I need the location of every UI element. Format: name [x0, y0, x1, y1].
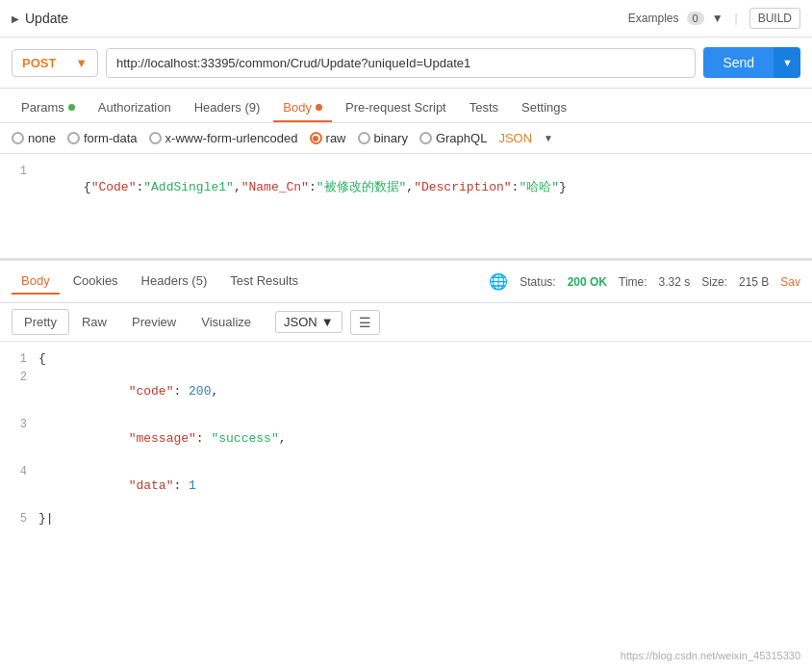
view-tab-visualize-label: Visualize — [201, 315, 251, 329]
status-label: Status: — [520, 275, 555, 289]
globe-icon: 🌐 — [489, 272, 508, 291]
response-tabs: Body Cookies Headers (5) Test Results — [12, 269, 308, 295]
res-line-2: 2 "code": 200, — [0, 368, 812, 415]
request-code-area: 1 {"Code":"AddSingle1","Name_Cn":"被修改的数据… — [0, 154, 812, 260]
radio-form-data-circle — [67, 132, 80, 144]
top-bar-right: Examples 0 ▼ | BUILD — [628, 8, 800, 29]
view-tab-raw[interactable]: Raw — [69, 309, 119, 335]
tab-settings[interactable]: Settings — [512, 94, 576, 122]
method-select[interactable]: POST ▼ — [12, 49, 98, 77]
res-line-5: 5 } — [0, 509, 812, 527]
json-format-dropdown-icon[interactable]: ▼ — [544, 133, 553, 143]
radio-urlencoded-circle — [149, 132, 162, 144]
res-tab-test-results[interactable]: Test Results — [220, 269, 308, 295]
send-button[interactable]: Send — [703, 47, 774, 78]
radio-urlencoded[interactable]: x-www-form-urlencoded — [149, 131, 298, 145]
top-bar: ▶ Update Examples 0 ▼ | BUILD — [0, 0, 812, 38]
res-tab-headers-label: Headers (5) — [141, 273, 208, 288]
view-tab-preview-label: Preview — [132, 315, 176, 329]
time-label: Time: — [619, 275, 647, 289]
response-format-dropdown-icon: ▼ — [321, 315, 334, 329]
radio-binary[interactable]: binary — [358, 131, 408, 145]
view-tab-pretty-label: Pretty — [24, 315, 57, 329]
url-input[interactable] — [106, 48, 696, 78]
tab-tests-label: Tests — [469, 100, 498, 115]
response-view-bar: Pretty Raw Preview Visualize JSON ▼ ☰ — [0, 303, 812, 342]
radio-binary-circle — [358, 132, 370, 144]
wrap-icon: ☰ — [359, 315, 371, 330]
tab-authorization[interactable]: Authorization — [89, 94, 181, 122]
radio-none-circle — [12, 132, 24, 144]
tab-body[interactable]: Body — [273, 94, 332, 122]
response-status-bar: 🌐 Status: 200 OK Time: 3.32 s Size: 215 … — [489, 272, 800, 291]
response-code-area: 1 { 2 "code": 200, 3 "message": "success… — [0, 342, 812, 535]
res-line-3: 3 "message": "success", — [0, 415, 812, 462]
save-link[interactable]: Sav — [780, 275, 800, 289]
open-brace: { — [84, 180, 91, 194]
examples-dropdown-icon[interactable]: ▼ — [712, 12, 723, 25]
res-tab-headers[interactable]: Headers (5) — [132, 269, 217, 295]
size-label: Size: — [701, 275, 727, 289]
tab-tests[interactable]: Tests — [460, 94, 508, 122]
json-format-label[interactable]: JSON — [498, 131, 532, 145]
response-format-label: JSON — [284, 315, 317, 329]
radio-raw-circle — [310, 132, 322, 144]
radio-none[interactable]: none — [12, 131, 56, 145]
res-code-3: "message": "success", — [38, 417, 812, 460]
tab-params[interactable]: Params — [12, 94, 85, 122]
res-tab-body[interactable]: Body — [12, 269, 60, 295]
code-val: "AddSingle1" — [143, 180, 234, 194]
method-dropdown-icon: ▼ — [75, 56, 88, 70]
res-tab-body-label: Body — [21, 273, 50, 288]
tab-prerequest[interactable]: Pre-request Script — [336, 94, 456, 122]
wrap-button[interactable]: ☰ — [350, 310, 380, 335]
tab-body-label: Body — [283, 100, 312, 115]
res-line-4: 4 "data": 1 — [0, 462, 812, 509]
res-tab-test-results-label: Test Results — [230, 273, 298, 288]
response-section: Body Cookies Headers (5) Test Results 🌐 … — [0, 260, 812, 535]
res-line-num-2: 2 — [0, 371, 38, 384]
tab-prerequest-label: Pre-request Script — [345, 100, 446, 115]
view-tab-preview[interactable]: Preview — [119, 309, 189, 335]
res-line-num-4: 4 — [0, 465, 38, 478]
examples-label: Examples — [628, 12, 679, 25]
build-button[interactable]: BUILD — [749, 8, 800, 29]
url-bar: POST ▼ Send ▼ — [0, 38, 812, 89]
res-line-num-5: 5 — [0, 512, 38, 526]
endpoint-title: Update — [25, 11, 68, 26]
radio-raw[interactable]: raw — [310, 131, 346, 145]
send-dropdown-button[interactable]: ▼ — [774, 47, 800, 78]
res-code-1: { — [38, 351, 812, 366]
res-code-4: "data": 1 — [38, 464, 812, 507]
request-code-line-1: 1 {"Code":"AddSingle1","Name_Cn":"被修改的数据… — [0, 162, 812, 212]
request-code-content-1[interactable]: {"Code":"AddSingle1","Name_Cn":"被修改的数据",… — [38, 164, 812, 210]
tab-params-label: Params — [21, 100, 64, 115]
view-tab-raw-label: Raw — [82, 315, 107, 329]
res-code-2: "code": 200, — [38, 370, 812, 413]
tab-settings-label: Settings — [521, 100, 567, 115]
radio-none-label: none — [28, 131, 56, 145]
res-code-5: } — [38, 511, 812, 526]
tab-headers[interactable]: Headers (9) — [185, 94, 270, 122]
res-line-1: 1 { — [0, 349, 812, 368]
res-tab-cookies-label: Cookies — [73, 273, 118, 288]
examples-count[interactable]: 0 — [687, 12, 704, 25]
radio-graphql-label: GraphQL — [436, 131, 487, 145]
body-type-bar: none form-data x-www-form-urlencoded raw… — [0, 123, 812, 154]
code-key: "Code" — [91, 180, 137, 194]
view-tab-visualize[interactable]: Visualize — [189, 309, 264, 335]
tab-headers-label: Headers (9) — [194, 100, 261, 115]
collapse-icon[interactable]: ▶ — [12, 13, 19, 24]
response-format-select[interactable]: JSON ▼ — [275, 311, 343, 333]
res-tab-cookies[interactable]: Cookies — [63, 269, 128, 295]
view-tab-pretty[interactable]: Pretty — [12, 309, 69, 335]
top-bar-left: ▶ Update — [12, 11, 68, 26]
body-dot — [316, 104, 322, 111]
radio-form-data-label: form-data — [84, 131, 138, 145]
time-value: 3.32 s — [659, 275, 691, 289]
send-btn-group: Send ▼ — [703, 47, 800, 78]
tab-authorization-label: Authorization — [98, 100, 171, 115]
radio-binary-label: binary — [374, 131, 408, 145]
radio-form-data[interactable]: form-data — [67, 131, 138, 145]
radio-graphql[interactable]: GraphQL — [419, 131, 487, 145]
